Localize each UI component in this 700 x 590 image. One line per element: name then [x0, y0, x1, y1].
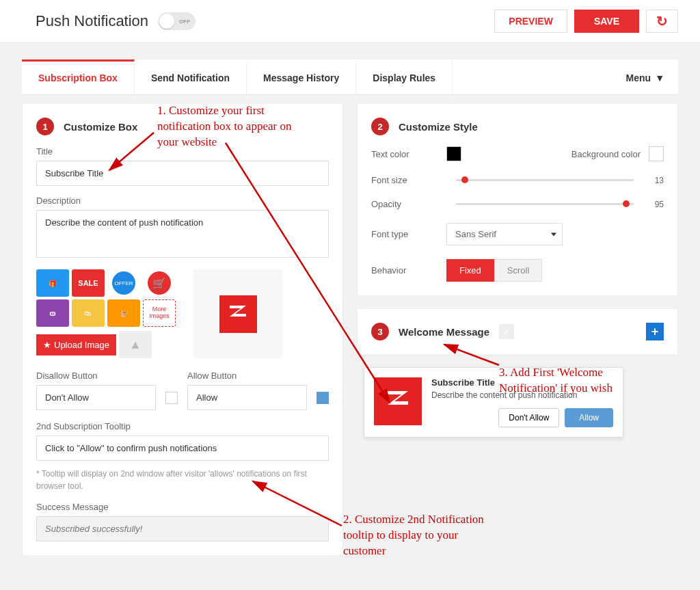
notification-preview: Subscribe Title Describe the content of … [364, 367, 623, 438]
tab-subscription-box[interactable]: Subscription Box [22, 59, 135, 94]
preview-allow-button[interactable]: Allow [565, 408, 613, 427]
caret-down-icon: ▼ [655, 72, 664, 83]
customize-box-card: 1 Customize Box Title Description Descri… [22, 103, 343, 556]
star-icon: ★ [43, 340, 51, 350]
top-bar: Push Notification OFF PREVIEW SAVE ↻ [0, 0, 700, 43]
success-message-label: Success Message [36, 502, 329, 512]
bg-color-label: Background color [571, 149, 641, 159]
opacity-slider[interactable] [456, 203, 634, 205]
reload-icon: ↻ [656, 14, 668, 29]
reload-button[interactable]: ↻ [646, 10, 678, 33]
tab-bar: Subscription Box Send Notification Messa… [22, 59, 678, 95]
preview-title: Subscribe Title [431, 377, 613, 388]
image-placeholder-icon: ▲ [119, 331, 152, 358]
right-column: 2 Customize Style Text color Background … [357, 103, 678, 556]
font-type-select[interactable]: Sans Serif [446, 223, 563, 245]
add-welcome-button[interactable]: + [646, 323, 664, 340]
preset-offer-icon[interactable]: OFFER [107, 269, 140, 297]
welcome-enable-checkbox[interactable]: ✓ [499, 324, 514, 339]
text-color-label: Text color [371, 149, 446, 159]
step-3-badge: 3 [371, 323, 389, 340]
font-size-value: 13 [643, 176, 664, 185]
tooltip-label: 2nd Subscription Tooltip [36, 421, 329, 431]
page-title: Push Notification [36, 12, 148, 30]
save-button[interactable]: SAVE [574, 10, 639, 33]
tooltip-input[interactable] [36, 435, 329, 461]
step-3-title: Welcome Message [399, 326, 489, 338]
image-preset-grid: 🎁 SALE OFFER 🛒 🎟 🛍 🧺 More Images [36, 269, 180, 327]
tab-display-rules[interactable]: Display Rules [356, 62, 453, 94]
preset-coupon-icon[interactable]: 🎟 [36, 299, 69, 327]
preset-gift-icon[interactable]: 🎁 [36, 269, 69, 297]
disallow-color-swatch[interactable] [165, 392, 178, 404]
customize-style-card: 2 Customize Style Text color Background … [357, 103, 678, 296]
description-textarea[interactable]: Describe the content of push notificatio… [36, 210, 329, 258]
step-2-badge: 2 [371, 118, 389, 135]
content-area: 1 Customize Box Title Description Descri… [0, 95, 700, 564]
title-input[interactable] [36, 161, 329, 186]
step-2-title: Customize Style [399, 121, 478, 133]
preview-description: Describe the content of push notificatio… [431, 390, 613, 400]
allow-color-swatch[interactable] [317, 392, 329, 404]
more-images-button[interactable]: More Images [143, 299, 176, 327]
welcome-message-card: 3 Welcome Message ✓ + [357, 308, 678, 355]
opacity-value: 95 [643, 200, 664, 209]
allow-button-input[interactable] [187, 385, 307, 410]
upload-image-button[interactable]: ★ Upload Image [36, 334, 116, 356]
preset-sale-icon[interactable]: SALE [72, 269, 105, 297]
disallow-button-input[interactable] [36, 385, 156, 410]
behavior-fixed-button[interactable]: Fixed [446, 259, 494, 282]
left-column: 1 Customize Box Title Description Descri… [22, 103, 343, 556]
allow-button-label: Allow Button [187, 371, 329, 381]
preview-button[interactable]: PREVIEW [494, 10, 567, 33]
preset-basket-icon[interactable]: 🧺 [107, 299, 140, 327]
image-preview-pane [193, 269, 282, 358]
description-label: Description [36, 196, 329, 206]
bg-color-swatch[interactable] [649, 146, 664, 161]
tab-message-history[interactable]: Message History [247, 62, 356, 94]
feature-toggle[interactable]: OFF [158, 12, 196, 30]
toggle-state-label: OFF [179, 18, 190, 25]
brand-logo-icon [219, 295, 257, 333]
behavior-scroll-button[interactable]: Scroll [494, 259, 543, 282]
tab-menu-dropdown[interactable]: Menu ▼ [612, 62, 678, 94]
upload-image-label: Upload Image [54, 340, 109, 350]
font-size-slider[interactable] [456, 179, 634, 181]
toggle-knob [159, 14, 174, 29]
title-label: Title [36, 146, 329, 157]
font-type-value: Sans Serif [455, 229, 496, 239]
font-size-label: Font size [371, 175, 446, 185]
tab-send-notification[interactable]: Send Notification [135, 62, 247, 94]
preview-dont-allow-button[interactable]: Don't Allow [498, 408, 559, 427]
disallow-button-label: Disallow Button [36, 371, 178, 381]
preset-cart-icon[interactable]: 🛒 [143, 269, 176, 297]
step-1-badge: 1 [36, 118, 54, 135]
menu-label: Menu [626, 72, 651, 83]
behavior-label: Behavior [371, 265, 446, 276]
font-type-label: Font type [371, 229, 446, 239]
step-1-title: Customize Box [64, 121, 137, 133]
success-message-input[interactable] [36, 516, 329, 541]
opacity-label: Opacity [371, 199, 446, 209]
preview-logo-icon [374, 377, 422, 425]
tooltip-helper-text: * Tooltip will display on 2nd window aft… [36, 468, 329, 492]
preset-bag-icon[interactable]: 🛍 [72, 299, 105, 327]
behavior-toggle: Fixed Scroll [446, 259, 542, 282]
text-color-swatch[interactable] [446, 146, 461, 161]
caret-down-icon [551, 232, 556, 236]
